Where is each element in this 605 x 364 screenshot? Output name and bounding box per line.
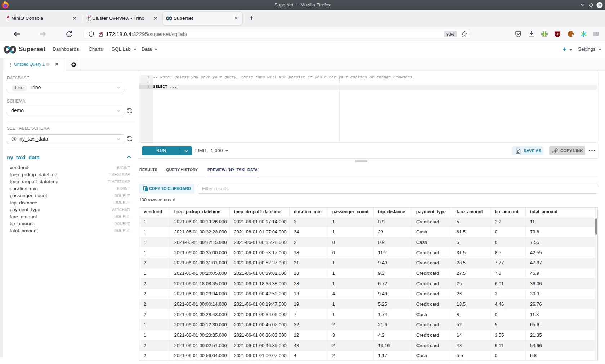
svg-text:UO: UO [556, 33, 560, 35]
